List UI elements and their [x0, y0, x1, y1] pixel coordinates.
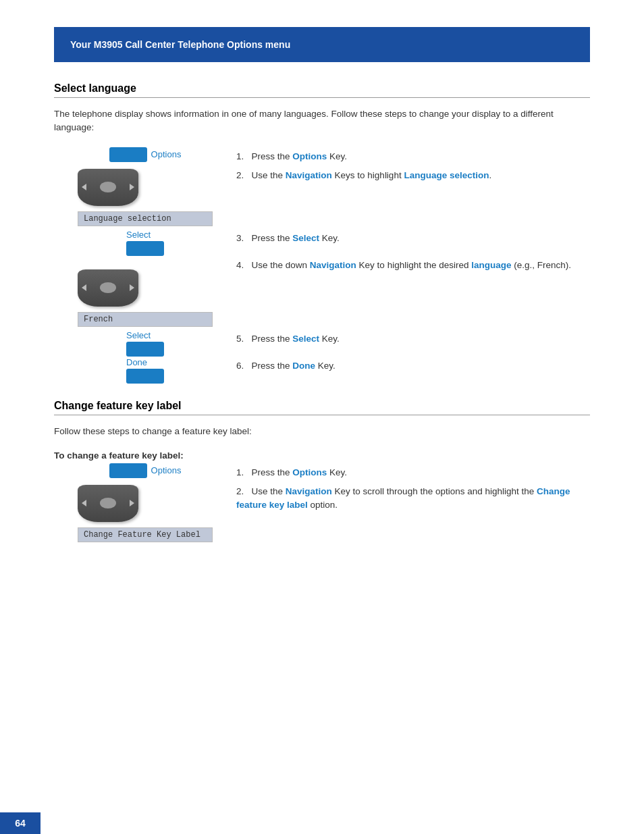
step-3-num: 3.: [236, 233, 249, 243]
cf-step-1-row: Options 1. Press the Options Key.: [54, 463, 590, 482]
step-6-right: 6. Press the Done Key.: [230, 357, 590, 373]
step-1-highlight: Options: [292, 151, 327, 161]
step-1-before: Press the: [252, 151, 293, 161]
cf-step-1-text: 1. Press the Options Key.: [236, 466, 590, 479]
cf-step-1-right: 1. Press the Options Key.: [230, 463, 590, 479]
change-feature-intro: Follow these steps to change a feature k…: [54, 425, 590, 438]
step-2-illus: Language selection: [64, 166, 213, 229]
step-4-text: 4. Use the down Navigation Key to highli…: [236, 259, 590, 272]
step-2-after: .: [489, 170, 491, 180]
step-5-left: Select: [54, 330, 230, 357]
select-language-heading: Select language: [54, 82, 590, 98]
step-5-right: 5. Press the Select Key.: [230, 330, 590, 346]
step-4-left: French: [54, 256, 230, 330]
select-key-label-1: Select: [126, 230, 151, 240]
step-6-before: Press the: [252, 361, 293, 371]
select-language-section: Select language The telephone display sh…: [54, 82, 590, 384]
step-6-text: 6. Press the Done Key.: [236, 359, 590, 373]
step-5-num: 5.: [236, 334, 249, 344]
step-4-row: French 4. Use the down Navigation Key to…: [54, 256, 590, 330]
step-3-illus: Select: [113, 229, 164, 256]
step-6-illus: Done: [113, 357, 164, 384]
cf-step-2-row: Change Feature Key Label 2. Use the Navi…: [54, 482, 590, 545]
cf-options-key-button: [109, 463, 147, 478]
step-3-text: 3. Press the Select Key.: [236, 232, 590, 245]
change-feature-section: Change feature key label Follow these st…: [54, 400, 590, 545]
step-4-h2: language: [471, 260, 511, 270]
step-3-right: 3. Press the Select Key.: [230, 229, 590, 245]
step-4-illus: French: [64, 256, 213, 330]
change-feature-display: Change Feature Key Label: [78, 527, 213, 542]
step-1-right: 1. Press the Options Key.: [230, 147, 590, 163]
step-1-text: 1. Press the Options Key.: [236, 150, 590, 163]
step-1-illus: Options: [96, 147, 182, 166]
nav-disc-2: [78, 269, 138, 307]
cf-step-1-after: Key.: [327, 467, 347, 477]
step-3-after: Key.: [319, 233, 340, 243]
cf-step-2-after: option.: [308, 500, 338, 510]
cf-step-2-left: Change Feature Key Label: [54, 482, 230, 545]
page-container: Your M3905 Call Center Telephone Options…: [0, 0, 644, 588]
step-2-text: 2. Use the Navigation Keys to highlight …: [236, 169, 590, 182]
page-number-badge: 64: [0, 812, 41, 834]
step-3-row: Select 3. Press the Select Key.: [54, 229, 590, 256]
cf-step-2-h1: Navigation: [286, 486, 332, 496]
step-5-illus: Select: [113, 330, 164, 357]
select-language-intro: The telephone display shows information …: [54, 107, 590, 135]
step-5-text: 5. Press the Select Key.: [236, 332, 590, 346]
step-6-row: Done 6. Press the Done Key.: [54, 357, 590, 384]
step-3-left: Select: [54, 229, 230, 256]
step-6-highlight: Done: [292, 361, 315, 371]
step-1-row: Options 1. Press the Options Key.: [54, 147, 590, 166]
step-2-left: Language selection: [54, 166, 230, 229]
language-selection-display: Language selection: [78, 211, 213, 226]
cf-step-2-right: 2. Use the Navigation Key to scroll thro…: [230, 482, 590, 513]
change-feature-bold-label: To change a feature key label:: [54, 450, 590, 461]
step-6-left: Done: [54, 357, 230, 384]
step-4-mid: Key to highlight the desired: [356, 260, 471, 270]
cf-step-1-before: Press the: [252, 467, 293, 477]
step-2-row: Language selection 2. Use the Navigation…: [54, 166, 590, 229]
step-6-after: Key.: [315, 361, 336, 371]
step-5-after: Key.: [319, 334, 340, 344]
step-4-after: (e.g., French).: [511, 260, 571, 270]
cf-step-1-illus: Options: [96, 463, 182, 482]
step-6-num: 6.: [236, 361, 249, 371]
options-key-row-1: Options: [109, 147, 182, 162]
header-title: Your M3905 Call Center Telephone Options…: [70, 39, 290, 50]
cf-step-2-illus: Change Feature Key Label: [64, 482, 213, 545]
cf-step-1-highlight: Options: [292, 467, 327, 477]
step-5-before: Press the: [252, 334, 293, 344]
cf-step-1-left: Options: [54, 463, 230, 482]
step-1-num: 1.: [236, 151, 249, 161]
step-1-left: Options: [54, 147, 230, 166]
step-2-h1: Navigation: [286, 170, 332, 180]
step-4-num: 4.: [236, 260, 249, 270]
step-3-before: Press the: [252, 233, 293, 243]
cf-options-key-row: Options: [109, 463, 182, 478]
options-key-label-1: Options: [151, 149, 182, 159]
options-key-button-1: [109, 147, 147, 162]
step-2-right: 2. Use the Navigation Keys to highlight …: [230, 166, 590, 182]
cf-nav-disc: [78, 485, 138, 522]
done-key-label: Done: [126, 357, 147, 367]
step-1-after: Key.: [327, 151, 347, 161]
cf-step-2-text: 2. Use the Navigation Key to scroll thro…: [236, 485, 590, 513]
select-key-label-2: Select: [126, 330, 151, 340]
step-5-highlight: Select: [292, 334, 319, 344]
nav-disc-1: [78, 169, 138, 206]
select-key-button-2: [126, 342, 164, 357]
select-key-button-1: [126, 241, 164, 256]
step-3-highlight: Select: [292, 233, 319, 243]
step-2-before: Use the: [252, 170, 286, 180]
cf-step-2-num: 2.: [236, 486, 249, 496]
cf-step-2-before: Use the: [252, 486, 286, 496]
step-2-mid: Keys to highlight: [332, 170, 404, 180]
step-2-h2: Language selection: [404, 170, 489, 180]
french-display: French: [78, 312, 213, 327]
change-feature-heading: Change feature key label: [54, 400, 590, 415]
done-key-button: [126, 369, 164, 384]
step-2-num: 2.: [236, 170, 249, 180]
page-number: 64: [15, 818, 26, 829]
cf-step-2-mid: Key to scroll through the options and hi…: [332, 486, 537, 496]
